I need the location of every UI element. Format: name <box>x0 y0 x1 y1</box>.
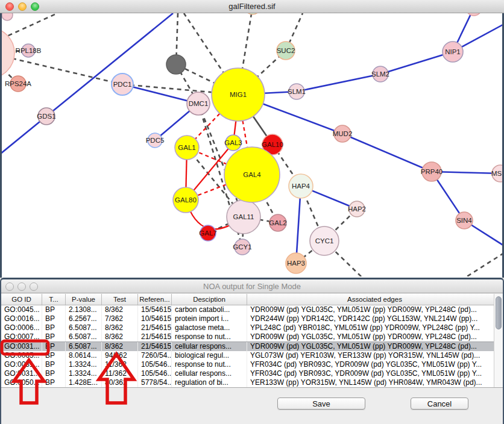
cell-p_value: 6.5087... <box>66 332 102 341</box>
cell-p_value: 1.3324... <box>66 369 102 378</box>
node-label-GAL7: GAL7 <box>199 229 216 237</box>
save-button[interactable]: Save <box>277 398 365 410</box>
cell-reference: 5778/54... <box>138 378 172 387</box>
cell-description: response to nut... <box>172 360 247 369</box>
cell-test: 11/362 <box>102 360 138 369</box>
network-edge-blue <box>297 74 380 92</box>
cell-associated_edges: YDR009W (pd) YGL035C, YML051W (pp) YDR00… <box>247 305 503 314</box>
table-row-5[interactable]: GO:0031...BP6.5087...8/36221/54615cellul… <box>1 341 503 351</box>
cell-test: 7/362 <box>102 314 138 323</box>
node-label-GAL1: GAL1 <box>178 144 195 151</box>
node-label-HAP3: HAP3 <box>287 260 305 267</box>
cell-reference: 7260/54... <box>138 351 172 360</box>
cell-associated_edges: YFR034C (pd) YBR093C, YDR009W (pd) YGL03… <box>247 360 503 369</box>
cell-reference: 10/54615 <box>138 314 172 323</box>
node-gray-node[interactable] <box>166 55 186 74</box>
table-row-6[interactable]: GO:0065...BP8.0614...94/3627260/54...bio… <box>1 351 503 360</box>
cell-reference: 105/546... <box>138 360 172 369</box>
cell-description: biological regul... <box>172 351 247 360</box>
column-header-description[interactable]: Desciption <box>172 294 247 305</box>
network-graph: RPL18BRPS24AGDS1PDC1PDC5DMC1SUC2SLM1SLM2… <box>2 13 502 276</box>
cell-type: BP <box>42 332 66 341</box>
network-edge-blue <box>46 13 173 116</box>
cell-test: 8/362 <box>102 332 138 341</box>
window-title: NOA output for Single Mode <box>1 282 503 291</box>
column-header-type[interactable]: T... <box>42 294 66 305</box>
screen: galFiltered.sif RPL18BRPS24AGDS1PDC1PDC5… <box>0 0 504 424</box>
network-edge-blue <box>380 52 453 74</box>
network-window: galFiltered.sif RPL18BRPS24AGDS1PDC1PDC5… <box>0 0 504 278</box>
table-row-1[interactable]: GO:0045...BP2.1308...8/36215/54615carbon… <box>1 305 503 314</box>
network-edge-dash <box>464 253 502 276</box>
cell-description: regulation of bi... <box>172 378 247 387</box>
node-label-MUD2: MUD2 <box>333 130 353 137</box>
column-header-test[interactable]: Test <box>102 294 138 305</box>
table-row-4[interactable]: GO:0007...BP6.5087...8/36221/54615respon… <box>1 332 503 341</box>
node-top-pink-node[interactable] <box>466 13 482 16</box>
node-top-green-node[interactable] <box>245 13 260 14</box>
cell-associated_edges: YDR009W (pd) YGL035C, YML051W (pp) YDR00… <box>247 342 503 351</box>
scrollbar-thumb[interactable] <box>496 296 502 329</box>
cell-associated_edges: YER133W (pp) YOR315W, YNL145W (pd) YHR08… <box>247 378 503 387</box>
cell-type: BP <box>42 351 66 360</box>
network-window-titlebar[interactable]: galFiltered.sif <box>0 0 504 13</box>
cell-type: BP <box>42 305 66 314</box>
noa-output-window: NOA output for Single Mode GO IDT...P-va… <box>0 278 504 424</box>
node-label-NIP1: NIP1 <box>445 48 461 55</box>
cell-description: cellular respons... <box>172 342 247 351</box>
cell-description: carbon cataboli... <box>172 305 247 314</box>
cell-description: response to nut... <box>172 332 247 341</box>
cell-test: 80/362 <box>102 378 138 387</box>
cell-reference: 21/54615 <box>138 323 172 332</box>
cell-p_value: 6.5087... <box>66 323 102 332</box>
network-canvas[interactable]: RPL18BRPS24AGDS1PDC1PDC5DMC1SUC2SLM1SLM2… <box>0 13 504 278</box>
cell-associated_edges: YFR034C (pd) YBR093C, YDR009W (pd) YGL03… <box>247 369 503 378</box>
node-label-PDC5: PDC5 <box>146 137 165 144</box>
table-scrollbar[interactable] <box>494 294 503 388</box>
cell-type: BP <box>42 369 66 378</box>
node-label-GCY1: GCY1 <box>233 243 251 251</box>
cell-p_value: 1.3324... <box>66 360 102 369</box>
noa-window-titlebar[interactable]: NOA output for Single Mode <box>1 279 503 293</box>
cell-test: 8/362 <box>102 342 138 351</box>
node-label-SUC2: SUC2 <box>277 47 295 54</box>
cell-type: BP <box>42 378 66 387</box>
node-label-GAL4: GAL4 <box>243 171 261 178</box>
node-corner-node[interactable] <box>2 13 13 20</box>
cell-reference: 15/54615 <box>138 305 172 314</box>
noa-results-table: GO IDT...P-valueTestReferen...Desciption… <box>1 294 503 387</box>
cell-description: galactose meta... <box>172 323 247 332</box>
table-header-row: GO IDT...P-valueTestReferen...Desciption… <box>1 294 503 305</box>
cell-associated_edges: YGL073W (pd) YER103W, YER133W (pp) YOR31… <box>247 351 503 360</box>
cell-p_value: 8.0614... <box>66 351 102 360</box>
cell-p_value: 6.5087... <box>66 342 102 351</box>
node-label-GAL10: GAL10 <box>262 141 283 148</box>
cell-reference: 105/546... <box>138 369 172 378</box>
table-row-7[interactable]: GO:0031...BP1.3324...11/362105/546...res… <box>1 360 503 369</box>
cell-go_id: GO:0031... <box>1 360 42 369</box>
cell-test: 11/362 <box>102 369 138 378</box>
column-header-associated_edges[interactable]: Associated edges <box>247 294 503 305</box>
node-label-MSL1: MSL1 <box>491 170 502 177</box>
node-label-GDS1: GDS1 <box>37 113 55 120</box>
button-panel: Save Cancel <box>1 387 503 423</box>
table-row-3[interactable]: GO:0006...BP6.5087...8/36221/54615galact… <box>1 323 503 332</box>
node-label-PRP40: PRP40 <box>421 168 443 175</box>
table-row-9[interactable]: GO:0050...BP1.428E...80/3625778/54...reg… <box>1 378 503 387</box>
cell-associated_edges: YPL248C (pd) YBR018C, YML051W (pp) YDR00… <box>247 323 503 332</box>
table-row-2[interactable]: GO:0016...BP6.2567...7/36210/54615protei… <box>1 314 503 323</box>
cell-p_value: 1.428E... <box>66 378 102 387</box>
column-header-go_id[interactable]: GO ID <box>1 294 42 305</box>
table-row-8[interactable]: GO:0031...BP1.3324...11/362105/546...cel… <box>1 369 503 378</box>
column-header-reference[interactable]: Referen... <box>138 294 172 305</box>
cell-associated_edges: YDR244W (pp) YDR142C, YDR142C (pp) YGL15… <box>247 314 503 323</box>
cell-reference: 21/54615 <box>138 332 172 341</box>
column-header-p_value[interactable]: P-value <box>66 294 102 305</box>
node-label-SIN4: SIN4 <box>456 217 472 224</box>
cell-go_id: GO:0045... <box>1 305 42 314</box>
node-label-PDC1: PDC1 <box>113 81 132 88</box>
cell-description: protein import i... <box>172 314 247 323</box>
node-label-GAL80: GAL80 <box>175 196 197 204</box>
cancel-button[interactable]: Cancel <box>411 398 468 410</box>
node-label-GAL3: GAL3 <box>224 139 242 146</box>
